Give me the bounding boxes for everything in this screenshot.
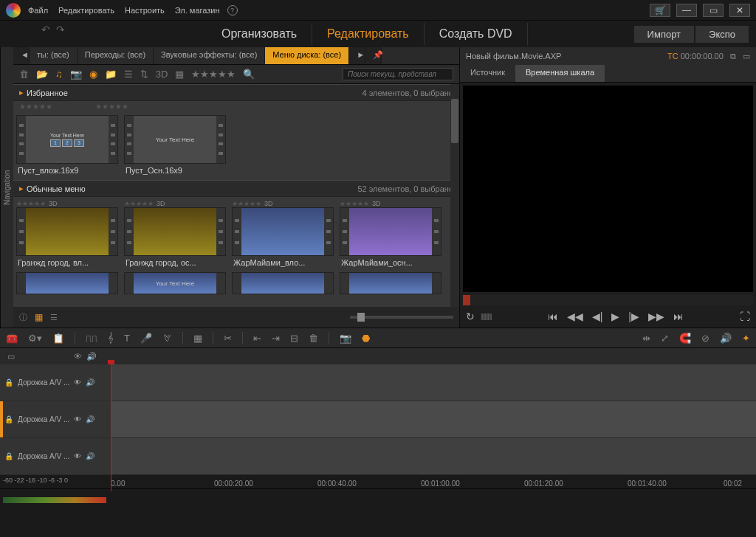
speaker-icon[interactable]: 🔊 (86, 352, 97, 361)
folder-icon[interactable]: 📁 (105, 69, 117, 80)
libtab-soundfx[interactable]: Звуковые эффекты: (все) (154, 47, 265, 64)
libtab-next[interactable]: ► (349, 47, 365, 64)
preview-tab-timeline[interactable]: Временная шкала (515, 65, 605, 82)
speaker-icon[interactable]: 🔊 (86, 378, 94, 387)
next-frame-icon[interactable]: ▶▶ (648, 311, 664, 322)
mixer-icon[interactable]: ⎍⎍ (86, 333, 97, 344)
storyboard-icon[interactable]: ▭ (7, 352, 15, 361)
menu-item[interactable]: ★★★★★3D Гранжд город, ос... (124, 200, 226, 269)
speaker-icon[interactable]: 🔊 (86, 415, 94, 423)
search-icon[interactable]: 🔍 (243, 69, 255, 80)
menu-file[interactable]: Файл (28, 6, 48, 15)
menu-item[interactable]: Your Text Here Пуст_Осн.16x9 (124, 115, 226, 177)
search-input[interactable] (343, 68, 453, 80)
lock-icon[interactable]: 🔒 (4, 415, 13, 423)
ducking-icon[interactable]: ⩔ (162, 333, 172, 344)
step-fwd-icon[interactable]: |▶ (628, 311, 639, 322)
minimize-button[interactable]: — (676, 4, 697, 17)
menu-item[interactable]: Your Text Here (124, 272, 226, 294)
grid-icon[interactable]: ▦ (175, 69, 184, 80)
mode-createdvd[interactable]: Создать DVD (425, 23, 528, 45)
export-button[interactable]: Экспо (695, 26, 749, 43)
menu-edit[interactable]: Редактировать (58, 6, 114, 15)
voiceover-icon[interactable]: 🎤 (140, 333, 152, 344)
grid-view-icon[interactable]: ▦ (35, 312, 43, 322)
menu-item[interactable]: ★★★★★3D Гранжд город, вл... (16, 200, 118, 269)
menu-item[interactable] (16, 272, 118, 294)
mode-organize[interactable]: Организовать (207, 23, 312, 45)
track-lane[interactable] (111, 401, 756, 437)
track-lane[interactable] (111, 438, 756, 474)
eye-icon[interactable]: 👁 (74, 378, 81, 387)
menu-setup[interactable]: Настроить (125, 6, 165, 15)
menu-item[interactable]: ★★★★★3D ЖарМайами_осн... (340, 200, 441, 269)
maximize-button[interactable]: ▭ (703, 4, 724, 17)
navigation-tab[interactable]: Navigation (0, 47, 13, 328)
multicam-icon[interactable]: ▦ (193, 333, 202, 344)
d3-toggle[interactable]: 3D (156, 69, 168, 80)
cart-icon[interactable]: 🛒 (650, 4, 670, 17)
prev-frame-icon[interactable]: ◀◀ (567, 311, 583, 322)
menu-item[interactable] (232, 272, 334, 294)
mode-edit[interactable]: Редактировать (312, 23, 425, 45)
library-scrollbar[interactable] (450, 84, 459, 307)
fullscreen-icon[interactable]: ▭ (743, 52, 750, 60)
menu-item[interactable] (340, 272, 441, 294)
speaker-icon[interactable]: 🔊 (86, 452, 94, 460)
preview-tab-source[interactable]: Источник (460, 65, 515, 82)
section-regular[interactable]: ▸ Обычные меню 52 элементов, 0 выбрано (13, 180, 459, 197)
playhead-line[interactable] (111, 364, 111, 491)
link-icon[interactable]: ⊘ (701, 333, 709, 344)
goto-end-icon[interactable]: ⏭ (673, 311, 684, 322)
libtab-prev[interactable]: ◄ (13, 47, 30, 64)
eye-icon[interactable]: 👁 (74, 415, 81, 423)
import-button[interactable]: Импорт (634, 26, 694, 43)
play-icon[interactable]: ▶ (611, 311, 619, 322)
section-favorites[interactable]: ▸ Избранное 4 элементов, 0 выбрано (13, 84, 459, 101)
sort-icon[interactable]: ⇅ (140, 69, 148, 80)
disc-icon[interactable]: ◉ (89, 69, 97, 80)
track-lane[interactable] (111, 364, 756, 401)
marker-icon[interactable]: ⬣ (362, 333, 370, 344)
razor-icon[interactable]: ✂ (224, 333, 232, 344)
clipboard-icon[interactable]: 📋 (52, 333, 64, 344)
libtab-transitions[interactable]: Переходы: (все) (78, 47, 154, 64)
camera-icon[interactable]: 📷 (70, 69, 82, 80)
fit-icon[interactable]: ⇹ (642, 333, 650, 344)
trim-out-icon[interactable]: ⇥ (272, 333, 280, 344)
close-button[interactable]: ✕ (729, 4, 750, 17)
info-icon[interactable]: ⓘ (19, 312, 27, 323)
eye-icon[interactable]: 👁 (74, 452, 81, 460)
snapshot-icon[interactable]: 📷 (340, 333, 351, 344)
toolbox-icon[interactable]: 🧰 (6, 333, 18, 344)
delete-icon[interactable]: 🗑 (309, 333, 318, 344)
list-icon[interactable]: ☰ (124, 69, 133, 80)
goto-start-icon[interactable]: ⏮ (548, 311, 558, 322)
lock-icon[interactable]: 🔒 (4, 378, 13, 387)
menu-item[interactable]: ★★★★★3D ЖарМайами_вло... (232, 200, 334, 269)
undo-icon[interactable]: ↶ (41, 24, 50, 35)
expand-icon[interactable]: ⛶ (740, 311, 750, 322)
bin-icon[interactable]: 🗑 (19, 69, 29, 80)
trim-in-icon[interactable]: ⇤ (253, 333, 261, 344)
magnet-icon[interactable]: 🧲 (679, 333, 691, 344)
zoom-timeline-icon[interactable]: ⤢ (661, 333, 669, 344)
lock-icon[interactable]: 🔒 (4, 452, 13, 460)
help-icon[interactable]: ? (227, 5, 238, 15)
libtab-all[interactable]: ты: (все) (30, 47, 78, 64)
rating-filter[interactable]: ★★★★★ (191, 69, 236, 80)
eye-icon[interactable]: 👁 (74, 352, 82, 361)
music-icon[interactable]: ♫ (55, 69, 63, 80)
libtab-pin-icon[interactable]: 📌 (365, 47, 382, 64)
popout-icon[interactable]: ⧉ (730, 52, 736, 60)
zoom-slider[interactable] (350, 316, 453, 319)
treble-icon[interactable]: 𝄞 (108, 332, 114, 344)
keyframe-icon[interactable]: ✦ (742, 333, 750, 344)
preview-scrubber[interactable] (463, 295, 753, 305)
timeline-ruler[interactable] (111, 489, 756, 510)
menu-store[interactable]: Эл. магазин (175, 6, 220, 15)
title-icon[interactable]: T (124, 333, 130, 344)
split-icon[interactable]: ⊟ (290, 333, 298, 344)
folder-open-icon[interactable]: 📂 (36, 69, 48, 80)
gear-icon[interactable]: ⚙▾ (28, 333, 42, 344)
